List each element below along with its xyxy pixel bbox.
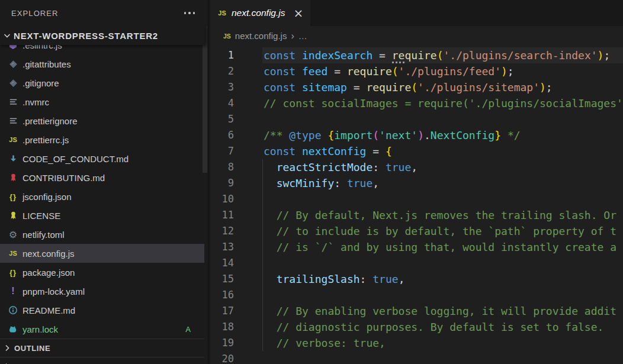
code-line[interactable]: 6/** @type {import('next').NextConfig} *… <box>208 127 623 143</box>
file-row[interactable]: yarn.lockA <box>0 320 204 339</box>
sidebar-sections: OUTLINE TIMELINE <box>0 339 204 364</box>
line-number: 19 <box>208 335 234 351</box>
ribbon-icon <box>9 173 18 182</box>
code-text: trailingSlash: true, <box>234 271 404 287</box>
outline-section-header[interactable]: OUTLINE <box>0 339 204 357</box>
git-icon <box>9 79 18 88</box>
code-line[interactable]: 2const feed = require('./plugins/feed'); <box>208 63 623 79</box>
list-lines-icon <box>9 117 18 125</box>
code-line[interactable]: 16 <box>208 287 623 303</box>
root-folder-row[interactable]: NEXT-WORDPRESS-STARTER2 <box>0 26 207 45</box>
sidebar-scrollbar[interactable] <box>203 26 207 173</box>
file-row[interactable]: !pnpm-lock.yaml <box>0 282 204 301</box>
line-number: 7 <box>208 143 234 159</box>
file-name: .nvmrc <box>23 97 49 107</box>
close-tab-icon[interactable]: × <box>293 7 303 19</box>
breadcrumb-file[interactable]: next.config.js <box>235 31 287 41</box>
git-icon <box>9 60 18 69</box>
file-name: LICENSE <box>23 211 60 221</box>
code-line[interactable]: 20 <box>208 351 623 364</box>
file-name: netlify.toml <box>23 230 65 240</box>
code-text: // const socialImages = require('./plugi… <box>234 95 623 111</box>
file-row[interactable]: ⚙netlify.toml <box>0 225 204 244</box>
root-folder-name: NEXT-WORDPRESS-STARTER2 <box>14 31 158 41</box>
code-editor[interactable]: 1const indexSearch = require('./plugins/… <box>208 46 623 364</box>
code-line[interactable]: 13 // is `/` and by using that, would in… <box>208 239 623 255</box>
file-name: package.json <box>23 268 75 278</box>
code-text: const sitemap = require('./plugins/sitem… <box>234 79 553 95</box>
file-name: .gitignore <box>23 78 59 88</box>
more-actions-button[interactable] <box>182 9 198 17</box>
file-name: yarn.lock <box>23 324 58 334</box>
code-text: swcMinify: true, <box>234 175 379 191</box>
code-line[interactable]: 9 swcMinify: true, <box>208 175 623 191</box>
gear-icon: ⚙ <box>9 229 17 240</box>
code-text: // is `/` and by using that, would insta… <box>234 239 616 255</box>
file-name: jsconfig.json <box>23 192 72 202</box>
file-row[interactable]: CODE_OF_CONDUCT.md <box>0 149 204 168</box>
pnpm-exclamation-icon: ! <box>11 286 14 297</box>
list-lines-icon <box>9 98 18 106</box>
json-braces-icon: {} <box>9 192 17 201</box>
code-line[interactable]: 11 // By default, Next.js removes the tr… <box>208 207 623 223</box>
file-row[interactable]: JSnext.config.js <box>0 244 204 263</box>
file-row[interactable]: .prettierignore <box>0 111 204 130</box>
file-name: pnpm-lock.yaml <box>23 286 85 297</box>
code-line[interactable]: 15 trailingSlash: true, <box>208 271 623 287</box>
line-number: 20 <box>208 351 234 364</box>
line-number: 13 <box>208 239 234 255</box>
code-line[interactable]: 8 reactStrictMode: true, <box>208 159 623 175</box>
file-row[interactable]: .gitignore <box>0 73 204 92</box>
code-text: const indexSearch = require('./plugins/s… <box>234 47 610 63</box>
line-number: 15 <box>208 271 234 287</box>
file-row[interactable]: LICENSE <box>0 206 204 225</box>
file-name: README.md <box>23 305 75 315</box>
code-line[interactable]: 7const nextConfig = { <box>208 143 623 159</box>
chevron-right-icon <box>2 343 12 353</box>
file-row[interactable]: README.md <box>0 301 204 320</box>
line-number: 17 <box>208 303 234 319</box>
code-text <box>234 287 264 303</box>
line-number: 12 <box>208 223 234 239</box>
code-text: // By enabling verbose logging, it will … <box>234 303 616 319</box>
tab-next-config-js[interactable]: JS next.config.js × <box>208 0 310 26</box>
outline-section-label: OUTLINE <box>14 344 50 353</box>
code-line[interactable]: 4// const socialImages = require('./plug… <box>208 95 623 111</box>
code-line[interactable]: 1const indexSearch = require('./plugins/… <box>208 47 623 63</box>
explorer-title: EXPLORER <box>11 9 59 18</box>
code-line[interactable]: 12 // to include is by default, the `pat… <box>208 223 623 239</box>
file-row[interactable]: {}package.json <box>0 263 204 282</box>
ellipsis-icon <box>188 12 191 14</box>
yarn-cat-icon <box>8 324 18 334</box>
code-line[interactable]: 19 // verbose: true, <box>208 335 623 351</box>
code-lines: 1const indexSearch = require('./plugins/… <box>208 46 623 364</box>
code-line[interactable]: 18 // diagnostic purposes. By default is… <box>208 319 623 335</box>
code-line[interactable]: 14 <box>208 255 623 271</box>
code-line[interactable]: 10 <box>208 191 623 207</box>
line-number: 18 <box>208 319 234 335</box>
file-row[interactable]: {}jsconfig.json <box>0 187 204 206</box>
file-row[interactable]: .gitattributes <box>0 54 204 73</box>
code-text: /** @type {import('next').NextConfig} */ <box>234 127 521 143</box>
breadcrumb-separator: › <box>291 31 294 41</box>
file-row[interactable]: CONTRIBUTING.md <box>0 168 204 187</box>
line-number: 4 <box>208 95 234 111</box>
timeline-section-header[interactable]: TIMELINE <box>0 357 204 364</box>
file-row[interactable]: .nvmrc <box>0 92 204 111</box>
ellipsis-icon <box>184 12 187 14</box>
code-text: const nextConfig = { <box>234 143 392 159</box>
code-line[interactable]: 5 <box>208 111 623 127</box>
breadcrumb-more[interactable]: … <box>298 31 307 41</box>
timeline-section-label: TIMELINE <box>14 362 53 364</box>
code-line[interactable]: 17 // By enabling verbose logging, it wi… <box>208 303 623 319</box>
line-number: 8 <box>208 159 234 175</box>
explorer-sidebar: EXPLORER .eslintrc.js.gitattributes.giti… <box>0 0 208 364</box>
file-row[interactable]: JS.prettierrc.js <box>0 130 204 149</box>
line-number: 3 <box>208 79 234 95</box>
line-number: 14 <box>208 255 234 271</box>
line-number: 2 <box>208 63 234 79</box>
code-line[interactable]: 3const sitemap = require('./plugins/site… <box>208 79 623 95</box>
js-icon: JS <box>9 136 17 143</box>
js-icon: JS <box>9 250 17 257</box>
line-number: 9 <box>208 175 234 191</box>
